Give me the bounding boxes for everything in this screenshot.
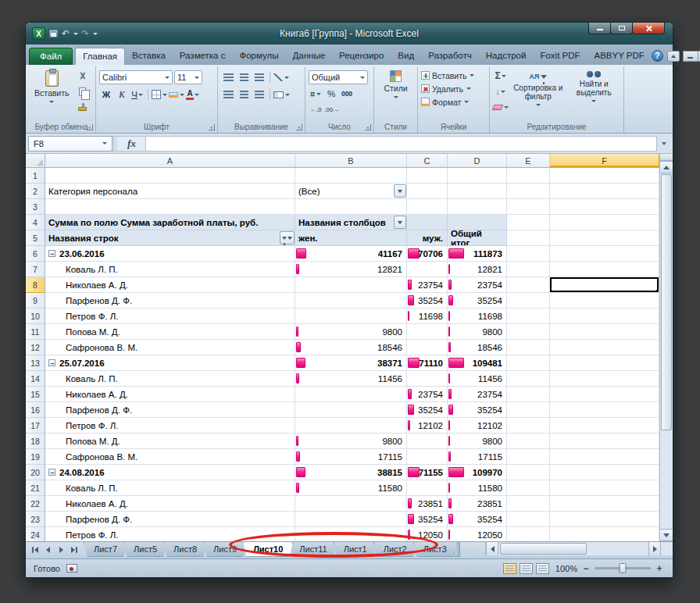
collapse-button[interactable] (48, 250, 55, 257)
row-header-10[interactable]: 10 (26, 309, 45, 324)
merge-center-button[interactable] (273, 87, 290, 102)
cell-B12[interactable]: 18546 (295, 340, 407, 355)
help-button[interactable]: ? (652, 50, 663, 62)
cell-C1[interactable] (407, 168, 448, 184)
cell-A9[interactable]: Парфенов Д. Ф. (45, 293, 295, 309)
row-header-14[interactable]: 14 (26, 371, 45, 387)
previous-sheet-button[interactable] (42, 544, 54, 555)
cell-D16[interactable]: 35254 (448, 402, 507, 418)
column-header-D[interactable]: D (448, 154, 507, 167)
cell-A15[interactable]: Николаев А. Д. (45, 387, 295, 402)
cell-F7[interactable] (550, 262, 659, 277)
maximize-button[interactable] (610, 23, 633, 34)
cell-E10[interactable] (507, 309, 550, 324)
cell-F3[interactable] (550, 199, 659, 215)
scrollbar-split-handle[interactable] (660, 154, 673, 161)
cell-F23[interactable] (550, 512, 659, 527)
dropdown-button[interactable] (394, 216, 406, 229)
align-right-button[interactable] (252, 87, 266, 102)
expand-formula-bar-button[interactable] (657, 136, 670, 152)
alignment-dialog-launcher[interactable] (296, 124, 302, 130)
cell-D17[interactable]: 12102 (448, 418, 507, 434)
cell-B19[interactable]: 17115 (295, 449, 407, 465)
vertical-scrollbar[interactable] (659, 154, 673, 541)
cell-C7[interactable] (407, 262, 448, 277)
cell-D3[interactable] (448, 199, 507, 215)
sheet-tab-Лист8[interactable]: Лист8 (163, 542, 207, 557)
cell-A23[interactable]: Парфенов Д. Ф. (45, 512, 295, 527)
cell-D20[interactable]: 109970 (448, 465, 507, 480)
bold-button[interactable]: Ж (99, 87, 113, 102)
cell-A21[interactable]: Коваль Л. П. (45, 480, 295, 496)
cell-D1[interactable] (448, 168, 507, 184)
cell-D24[interactable]: 12050 (448, 527, 507, 541)
cell-E6[interactable] (507, 246, 550, 262)
cell-C8[interactable]: 23754 (407, 277, 448, 293)
cell-E4[interactable] (507, 215, 550, 230)
insert-function-button[interactable]: fx (118, 136, 146, 152)
cell-D11[interactable]: 9800 (448, 324, 507, 340)
row-header-11[interactable]: 11 (26, 324, 45, 340)
cell-E2[interactable] (507, 184, 550, 199)
currency-format-button[interactable]: ¤ (309, 87, 323, 101)
minimize-ribbon-button[interactable] (667, 51, 680, 62)
ribbon-tab-Надстрой[interactable]: Надстрой (479, 48, 534, 64)
ribbon-tab-Главная[interactable]: Главная (75, 48, 125, 65)
styles-button[interactable]: Стили (377, 69, 414, 101)
cell-F22[interactable] (550, 496, 659, 512)
row-header-12[interactable]: 12 (26, 340, 45, 355)
cell-C3[interactable] (407, 199, 448, 215)
decrease-decimal-button[interactable]: ,00→ (324, 102, 339, 116)
cell-D15[interactable]: 23754 (448, 387, 507, 402)
sheet-tab-Лист3[interactable]: Лист3 (413, 542, 457, 557)
cell-E22[interactable] (507, 496, 550, 512)
cell-E18[interactable] (507, 434, 550, 449)
workbook-minimize-button[interactable] (683, 51, 698, 62)
ribbon-tab-Вставка[interactable]: Вставка (125, 48, 173, 64)
cell-E9[interactable] (507, 293, 550, 309)
cell-D18[interactable]: 9800 (448, 434, 507, 449)
cell-F1[interactable] (550, 168, 659, 184)
orientation-button[interactable] (273, 70, 289, 84)
cell-B9[interactable] (295, 293, 407, 309)
delete-cells-button[interactable]: Удалить (421, 82, 486, 95)
formula-input[interactable] (146, 136, 657, 152)
select-all-corner[interactable] (26, 154, 45, 167)
scroll-down-button[interactable] (660, 529, 673, 541)
cell-A7[interactable]: Коваль Л. П. (45, 262, 295, 277)
cell-C23[interactable]: 35254 (407, 512, 448, 527)
cell-C17[interactable]: 12102 (407, 418, 448, 434)
cell-D5[interactable]: Общий итог (448, 230, 507, 246)
cell-B23[interactable] (295, 512, 407, 527)
cell-A19[interactable]: Сафронова В. М. (45, 449, 295, 465)
cell-E15[interactable] (507, 387, 550, 402)
cell-C12[interactable] (407, 340, 448, 355)
row-header-15[interactable]: 15 (26, 387, 45, 402)
sheet-tab-Лист2[interactable]: Лист2 (373, 542, 417, 557)
cell-D22[interactable]: 23851 (448, 496, 507, 512)
ribbon-tab-Формулы[interactable]: Формулы (232, 48, 285, 64)
cell-E24[interactable] (507, 527, 550, 541)
align-middle-button[interactable] (237, 70, 251, 84)
cell-F19[interactable] (550, 449, 659, 465)
row-labels-filter-button[interactable] (280, 231, 295, 244)
thousands-format-button[interactable]: 000 (340, 87, 354, 101)
cell-A14[interactable]: Коваль Л. П. (45, 371, 295, 387)
collapse-button[interactable] (48, 359, 55, 366)
ribbon-tab-Разметка с[interactable]: Разметка с (173, 48, 233, 64)
row-header-22[interactable]: 22 (26, 496, 45, 512)
redo-icon[interactable]: ↷ (81, 29, 89, 38)
cell-E3[interactable] (507, 199, 550, 215)
cell-F16[interactable] (550, 402, 659, 418)
cell-A13[interactable]: 25.07.2016 (45, 355, 295, 371)
cell-C6[interactable]: 70706 (407, 246, 448, 262)
cell-A12[interactable]: Сафронова В. М. (45, 340, 295, 355)
first-sheet-button[interactable] (29, 544, 41, 555)
cell-A18[interactable]: Попова М. Д. (45, 434, 295, 449)
ribbon-tab-Файл[interactable]: Файл (29, 48, 73, 65)
minimize-button[interactable] (588, 23, 611, 34)
cell-B18[interactable]: 9800 (295, 434, 407, 449)
cell-C24[interactable]: 12050 (407, 527, 448, 541)
cell-E5[interactable] (507, 230, 550, 246)
cell-B20[interactable]: 38815 (295, 465, 407, 480)
